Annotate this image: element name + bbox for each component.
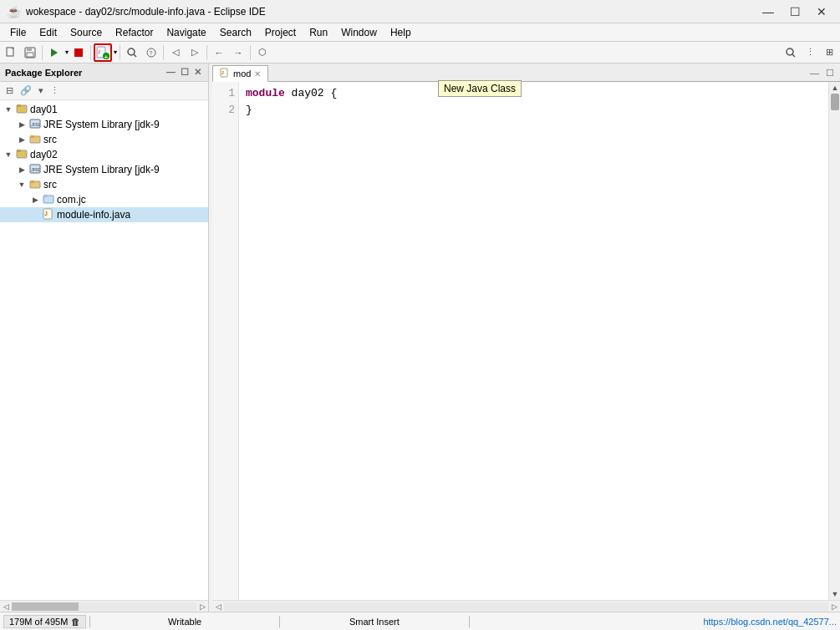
- tree-item-jre-day01[interactable]: ▶ JRE JRE System Library [jdk-9: [0, 117, 208, 132]
- tree-item-comjc[interactable]: ▶ com.jc: [0, 192, 208, 207]
- memory-text: 179M of 495M: [9, 617, 68, 627]
- svg-rect-3: [27, 53, 33, 57]
- editor-hscroll: ◁ ▷: [212, 600, 840, 612]
- menu-source[interactable]: Source: [64, 25, 109, 40]
- pe-viewmenu-btn[interactable]: ▾: [36, 84, 46, 97]
- toolbar: ▾ J + ▾ ? ◁ ▷ ← → ⬡ ⋮ ⊞: [0, 42, 840, 64]
- hscroll-left-arrow[interactable]: ◁: [212, 601, 224, 612]
- pe-collapse-all-btn[interactable]: ⊟: [3, 84, 16, 97]
- pe-viewmenu2-btn[interactable]: ⋮: [48, 84, 62, 97]
- toolbar-new-class-dropdown[interactable]: ▾: [114, 48, 117, 56]
- line-number-1: 1: [214, 85, 235, 102]
- close-button[interactable]: ✕: [810, 3, 833, 20]
- hscroll-right-arrow[interactable]: ▷: [828, 601, 840, 612]
- library-icon-jre-day01: JRE: [29, 118, 41, 132]
- tab-minimize-btn[interactable]: —: [807, 67, 822, 79]
- pe-controls: — ☐ ✕: [165, 66, 203, 79]
- editor-scrollbar: ▲ ▼: [828, 82, 840, 600]
- menu-run[interactable]: Run: [303, 25, 334, 40]
- toolbar-search2-btn[interactable]: [781, 43, 800, 62]
- status-url[interactable]: https://blog.csdn.net/qq_42577...: [473, 617, 837, 627]
- menu-edit[interactable]: Edit: [33, 25, 64, 40]
- toolbar-fwd-btn[interactable]: →: [229, 43, 247, 62]
- menu-window[interactable]: Window: [334, 25, 384, 40]
- scroll-down-arrow[interactable]: ▼: [829, 588, 840, 600]
- svg-text:J: J: [44, 211, 48, 216]
- maximize-button[interactable]: ☐: [783, 3, 807, 20]
- tree-item-moduleinfo[interactable]: J module-info.java: [0, 207, 208, 222]
- toolbar-viewmenu-btn[interactable]: ⋮: [801, 43, 819, 62]
- svg-text:JRE: JRE: [31, 122, 40, 127]
- menu-file[interactable]: File: [3, 25, 33, 40]
- toolbar-search-btn[interactable]: [123, 43, 141, 62]
- toolbar-run-dropdown[interactable]: ▾: [65, 48, 69, 56]
- toolbar-prev-edit-btn[interactable]: ◁: [166, 43, 185, 62]
- svg-rect-29: [43, 195, 48, 197]
- tree-label-day02: day02: [30, 149, 58, 160]
- code-content[interactable]: module day02 { }: [239, 82, 828, 600]
- toolbar-run-debug-btn[interactable]: [45, 43, 64, 62]
- menu-refactor[interactable]: Refactor: [109, 25, 160, 40]
- toolbar-perspectives-btn[interactable]: ⊞: [820, 43, 838, 62]
- tree-label-src-day01: src: [43, 134, 57, 145]
- toolbar-save-btn[interactable]: [21, 43, 39, 62]
- svg-rect-2: [27, 48, 32, 51]
- tab-close-moduleinfo[interactable]: ✕: [254, 69, 261, 79]
- status-smart-insert: Smart Insert: [283, 617, 466, 627]
- toolbar-new-btn[interactable]: [2, 43, 20, 62]
- tree-item-day02[interactable]: ▼ day02: [0, 147, 208, 162]
- pe-hscroll-left[interactable]: ◁: [0, 601, 12, 612]
- status-sep2: [279, 616, 280, 627]
- tree-toggle-comjc[interactable]: ▶: [30, 196, 40, 204]
- svg-rect-27: [30, 180, 34, 183]
- tree-toggle-src-day01[interactable]: ▶: [17, 135, 27, 144]
- title-bar: ☕ wokespace - day02/src/module-info.java…: [0, 0, 840, 23]
- tree-item-src-day01[interactable]: ▶ src: [0, 132, 208, 147]
- tree-toggle-src-day02[interactable]: ▼: [17, 180, 27, 189]
- scroll-track[interactable]: [829, 94, 840, 588]
- tree-toggle-day02[interactable]: ▼: [3, 150, 13, 159]
- menu-navigate[interactable]: Navigate: [160, 25, 212, 40]
- pe-minimize-btn[interactable]: —: [165, 66, 177, 79]
- keyword-module: module: [246, 87, 285, 99]
- tree-item-day01[interactable]: ▼ day01: [0, 102, 208, 117]
- library-icon-jre-day02: JRE: [29, 163, 41, 177]
- toolbar-export-btn[interactable]: ⬡: [253, 43, 272, 62]
- new-java-class-button[interactable]: J +: [94, 43, 112, 62]
- code-text-2: }: [246, 104, 252, 116]
- tab-maximize-btn[interactable]: ☐: [823, 67, 837, 79]
- editor-tab-moduleinfo[interactable]: J mod ✕: [212, 65, 268, 82]
- pe-hscroll-thumb[interactable]: [12, 602, 79, 611]
- tree-item-jre-day02[interactable]: ▶ JRE JRE System Library [jdk-9: [0, 162, 208, 177]
- menu-bar: File Edit Source Refactor Navigate Searc…: [0, 23, 840, 42]
- menu-project[interactable]: Project: [258, 25, 303, 40]
- tree-toggle-jre-day02[interactable]: ▶: [17, 165, 27, 174]
- hscroll-track[interactable]: [224, 602, 828, 611]
- toolbar-back-btn[interactable]: ←: [210, 43, 228, 62]
- trash-icon[interactable]: 🗑: [71, 617, 80, 627]
- pe-link-editor-btn[interactable]: 🔗: [18, 84, 34, 97]
- pe-hscroll-track[interactable]: [12, 602, 196, 611]
- tree-label-day01: day01: [30, 104, 58, 115]
- toolbar-stop-btn[interactable]: [69, 43, 88, 62]
- menu-search[interactable]: Search: [213, 25, 258, 40]
- pe-hscroll-right[interactable]: ▷: [196, 601, 208, 612]
- svg-text:JRE: JRE: [31, 167, 40, 172]
- status-sep1: [89, 616, 90, 627]
- pe-maximize-btn[interactable]: ☐: [179, 66, 191, 79]
- folder-icon-src-day02: [29, 178, 41, 192]
- tab-bar-controls: — ☐: [804, 64, 840, 82]
- tree-label-jre-day02: JRE System Library [jdk-9: [43, 164, 160, 175]
- tree-toggle-day01[interactable]: ▼: [3, 105, 13, 114]
- tree-toggle-jre-day01[interactable]: ▶: [17, 120, 27, 129]
- pe-hscroll[interactable]: ◁ ▷: [0, 600, 208, 612]
- pe-close-btn[interactable]: ✕: [192, 66, 203, 79]
- toolbar-next-edit-btn[interactable]: ▷: [186, 43, 204, 62]
- code-area: 1 2 module day02 { } ▲ ▼: [212, 82, 840, 600]
- menu-help[interactable]: Help: [384, 25, 418, 40]
- toolbar-references-btn[interactable]: ?: [142, 43, 160, 62]
- scroll-thumb[interactable]: [831, 94, 839, 110]
- minimize-button[interactable]: —: [756, 3, 780, 20]
- tree-item-src-day02[interactable]: ▼ src: [0, 177, 208, 192]
- scroll-up-arrow[interactable]: ▲: [829, 82, 840, 94]
